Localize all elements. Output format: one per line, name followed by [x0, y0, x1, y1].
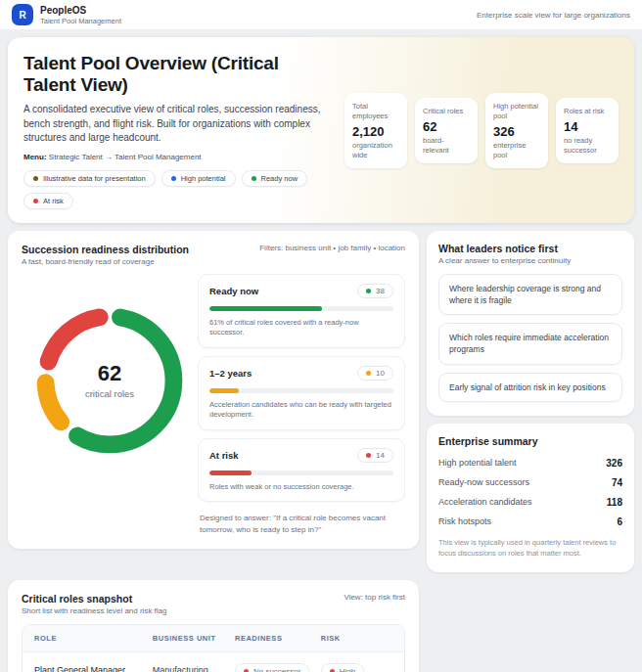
table-row[interactable]: Plant General Manager Manufacturing No s… [23, 651, 404, 672]
hero-card: Talent Pool Overview (Critical Talent Vi… [8, 37, 634, 223]
app-subtitle: Talent Pool Management [40, 17, 121, 25]
kpi-sub: enterprise pool [493, 141, 540, 160]
summary-label: High potential talent [438, 458, 517, 468]
readiness-label: No successor [253, 667, 300, 672]
notice-item: Where leadership coverage is strong and … [438, 274, 622, 316]
summary-value: 326 [606, 458, 622, 469]
cell-role: Plant General Manager [34, 665, 153, 672]
red-dot-icon [33, 199, 38, 203]
table-title: Critical roles snapshot [22, 593, 167, 605]
notice-item: Which roles require immediate accelerati… [438, 323, 622, 365]
notice-title: What leaders notice first [438, 243, 622, 254]
col-header-risk: RISK [321, 634, 392, 643]
summary-value: 118 [607, 497, 622, 508]
notice-subtitle: A clear answer to enterprise continuity [438, 256, 622, 265]
cell-business-unit: Manufacturing [153, 665, 235, 672]
pill-ready-now[interactable]: Ready now [242, 170, 308, 187]
app-logo-icon: R [12, 4, 33, 25]
summary-row: Acceleration candidates 118 [438, 492, 622, 512]
readiness-card-at-risk: At risk 14 Roles with weak or no success… [198, 438, 405, 503]
leaders-notice-panel: What leaders notice first A clear answer… [427, 231, 634, 417]
readiness-card-ready-now: Ready now 38 61% of critical roles cover… [198, 274, 405, 348]
col-header-readiness: READINESS [235, 634, 321, 643]
kpi-value: 326 [493, 124, 540, 139]
progress-fill [209, 306, 322, 311]
orange-dot-icon [366, 371, 371, 376]
summary-title: Enterprise summary [438, 435, 622, 447]
critical-roles-panel: Critical roles snapshot Short list with … [8, 580, 419, 672]
readiness-card-title: 1–2 years [209, 368, 252, 379]
pill-label: High potential [181, 174, 226, 183]
readiness-card-title: Ready now [209, 286, 258, 296]
legend-pills: Illustrative data for presentation High … [23, 170, 331, 209]
donut-center-value: 62 [98, 361, 121, 386]
table-header-row: ROLE BUSINESS UNIT READINESS RISK [23, 625, 404, 651]
summary-label: Risk hotspots [438, 516, 491, 526]
green-dot-icon [252, 176, 256, 181]
summary-label: Ready-now successors [438, 477, 529, 487]
kpi-label: Total employees [352, 102, 399, 121]
breadcrumb: Menu: Strategic Talent → Talent Pool Man… [23, 153, 331, 161]
kpi-total-employees: Total employees 2,120 organization wide [344, 93, 407, 168]
summary-value: 6 [617, 516, 622, 527]
page-title: Talent Pool Overview (Critical Talent Vi… [23, 53, 331, 96]
col-header-role: ROLE [34, 634, 153, 643]
pill-illustrative-data[interactable]: Illustrative data for presentation [23, 170, 156, 187]
page-description: A consolidated executive view of critica… [23, 103, 331, 146]
pill-label: Ready now [261, 174, 298, 183]
summary-row: High potential talent 326 [438, 453, 622, 472]
succession-panel: Succession readiness distribution A fast… [8, 231, 419, 550]
kpi-sub: no ready successor [564, 136, 611, 156]
enterprise-note: Enterprise scale view for large organiza… [477, 11, 630, 20]
progress-track [209, 470, 393, 475]
red-dot-icon [366, 453, 371, 458]
olive-dot-icon [33, 176, 38, 181]
summary-row: Ready-now successors 74 [438, 472, 622, 492]
kpi-label: Critical roles [423, 107, 470, 116]
kpi-critical-roles: Critical roles 62 board-relevant [415, 98, 478, 163]
risk-label: High [340, 667, 355, 672]
readiness-donut-chart: 62 critical roles [36, 307, 183, 454]
pill-label: Illustrative data for presentation [43, 174, 146, 183]
summary-footnote: This view is typically used in quarterly… [438, 538, 622, 560]
readiness-card-desc: Roles with weak or no succession coverag… [209, 482, 393, 493]
breadcrumb-path: Strategic Talent → Talent Pool Managemen… [49, 153, 202, 161]
app-name: PeopleOS [40, 5, 121, 17]
readiness-pill: No successor [235, 663, 309, 672]
count-value: 38 [376, 287, 385, 295]
kpi-sub: board-relevant [423, 136, 470, 156]
readiness-card-title: At risk [209, 450, 239, 461]
kpi-value: 14 [564, 119, 611, 134]
table-subtitle: Short list with readiness level and risk… [22, 606, 167, 615]
pill-high-potential[interactable]: High potential [161, 170, 236, 187]
kpi-label: Roles at risk [564, 107, 611, 116]
kpi-cards: Total employees 2,120 organization wide … [344, 53, 619, 209]
top-bar: R PeopleOS Talent Pool Management Enterp… [0, 0, 642, 29]
count-value: 14 [376, 451, 385, 460]
summary-label: Acceleration candidates [438, 497, 532, 507]
progress-fill [209, 388, 239, 393]
succession-title: Succession readiness distribution [22, 244, 189, 255]
blue-dot-icon [171, 176, 176, 181]
succession-footnote: Designed to answer: "If a critical role … [198, 513, 405, 535]
kpi-label: High potential pool [493, 102, 540, 121]
donut-center-label: critical roles [85, 388, 134, 399]
pill-at-risk[interactable]: At risk [23, 193, 73, 209]
view-selector[interactable]: View: top risk first [344, 593, 405, 602]
notice-item: Early signal of attrition risk in key po… [438, 373, 622, 402]
readiness-card-desc: Acceleration candidates who can be ready… [209, 400, 393, 421]
pill-label: At risk [43, 197, 64, 205]
kpi-value: 2,120 [352, 124, 399, 139]
summary-value: 74 [612, 477, 622, 488]
breadcrumb-label: Menu: [23, 153, 47, 161]
green-dot-icon [366, 289, 371, 293]
count-badge: 10 [357, 366, 393, 381]
count-badge: 38 [357, 284, 393, 298]
readiness-card-1-2-years: 1–2 years 10 Acceleration candidates who… [198, 356, 405, 430]
enterprise-summary-panel: Enterprise summary High potential talent… [427, 424, 634, 572]
risk-pill: High [321, 663, 364, 672]
kpi-roles-at-risk: Roles at risk 14 no ready successor [556, 98, 619, 163]
succession-subtitle: A fast, board-friendly read of coverage [22, 257, 189, 266]
progress-track [209, 306, 393, 311]
filters-note[interactable]: Filters: business unit • job family • lo… [259, 244, 405, 252]
